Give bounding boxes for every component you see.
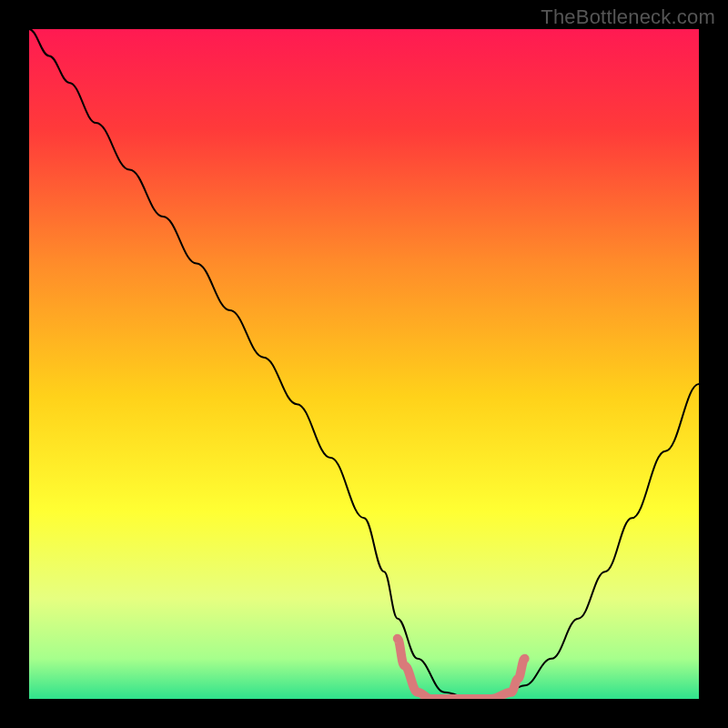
watermark-text: TheBottleneck.com [541,5,715,29]
chart-background [29,29,699,699]
bottleneck-chart [29,29,699,699]
